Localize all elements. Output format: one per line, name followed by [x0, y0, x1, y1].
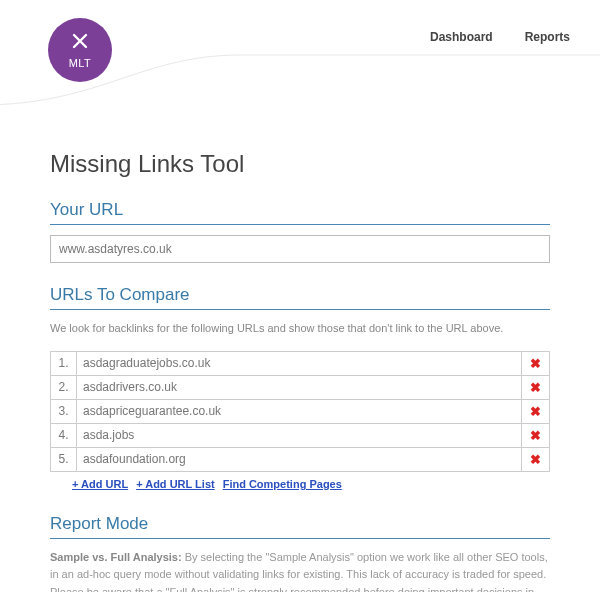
compare-table: 1. asdagraduatejobs.co.uk ✖ 2. asdadrive… [50, 351, 550, 472]
delete-icon[interactable]: ✖ [530, 356, 541, 371]
compare-desc: We look for backlinks for the following … [50, 320, 550, 337]
row-url[interactable]: asdagraduatejobs.co.uk [77, 351, 522, 375]
table-row: 1. asdagraduatejobs.co.uk ✖ [51, 351, 550, 375]
nav-dashboard[interactable]: Dashboard [430, 30, 493, 44]
add-url-list-link[interactable]: + Add URL List [136, 478, 215, 490]
row-number: 4. [51, 423, 77, 447]
logo-text: MLT [69, 57, 92, 69]
find-competing-link[interactable]: Find Competing Pages [223, 478, 342, 490]
add-url-link[interactable]: + Add URL [72, 478, 128, 490]
app-logo[interactable]: MLT [48, 18, 112, 82]
row-url[interactable]: asda.jobs [77, 423, 522, 447]
report-mode-heading: Report Mode [50, 514, 550, 539]
report-mode-desc: Sample vs. Full Analysis: By selecting t… [50, 549, 550, 593]
row-url[interactable]: asdapriceguarantee.co.uk [77, 399, 522, 423]
table-row: 4. asda.jobs ✖ [51, 423, 550, 447]
close-icon [70, 31, 90, 55]
your-url-heading: Your URL [50, 200, 550, 225]
row-number: 1. [51, 351, 77, 375]
row-url[interactable]: asdafoundation.org [77, 447, 522, 471]
delete-icon[interactable]: ✖ [530, 452, 541, 467]
delete-icon[interactable]: ✖ [530, 428, 541, 443]
row-url[interactable]: asdadrivers.co.uk [77, 375, 522, 399]
page-title: Missing Links Tool [50, 150, 550, 178]
nav-reports[interactable]: Reports [525, 30, 570, 44]
row-number: 2. [51, 375, 77, 399]
compare-heading: URLs To Compare [50, 285, 550, 310]
table-row: 3. asdapriceguarantee.co.uk ✖ [51, 399, 550, 423]
row-number: 3. [51, 399, 77, 423]
delete-icon[interactable]: ✖ [530, 380, 541, 395]
row-number: 5. [51, 447, 77, 471]
delete-icon[interactable]: ✖ [530, 404, 541, 419]
report-desc-bold: Sample vs. Full Analysis: [50, 551, 182, 563]
table-row: 2. asdadrivers.co.uk ✖ [51, 375, 550, 399]
table-row: 5. asdafoundation.org ✖ [51, 447, 550, 471]
your-url-input[interactable] [50, 235, 550, 263]
